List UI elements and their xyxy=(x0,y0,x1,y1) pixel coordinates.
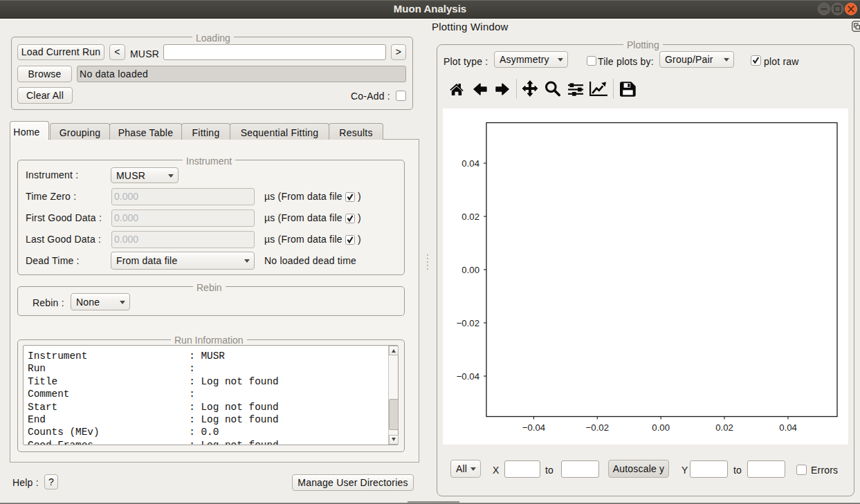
svg-text:−0.04: −0.04 xyxy=(522,422,545,433)
svg-text:−0.02: −0.02 xyxy=(586,422,609,433)
svg-text:0.00: 0.00 xyxy=(461,265,479,275)
svg-text:0.02: 0.02 xyxy=(461,212,479,222)
svg-text:0.00: 0.00 xyxy=(652,422,670,433)
svg-text:0.04: 0.04 xyxy=(461,158,479,169)
svg-text:−0.04: −0.04 xyxy=(457,371,479,382)
svg-text:0.04: 0.04 xyxy=(779,422,797,433)
svg-text:0.02: 0.02 xyxy=(715,422,733,433)
svg-text:−0.02: −0.02 xyxy=(457,318,479,328)
